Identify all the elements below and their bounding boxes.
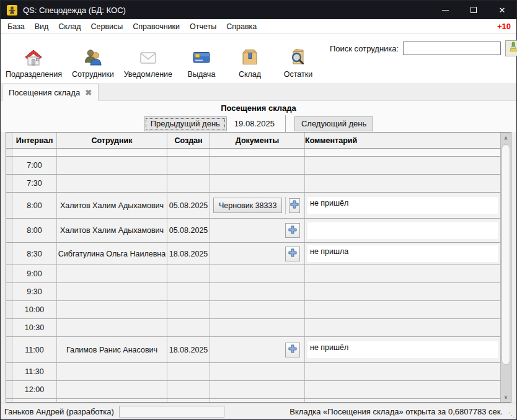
toolbar-button-Подразделения[interactable]: Подразделения (1, 37, 67, 81)
comment-cell[interactable] (305, 157, 500, 174)
employee-cell[interactable] (57, 157, 167, 174)
tab-close-icon[interactable]: ✖ (85, 89, 92, 97)
menu-item-База[interactable]: База (2, 20, 30, 33)
row-header-cell[interactable] (6, 219, 12, 242)
created-cell[interactable] (167, 363, 210, 380)
created-cell[interactable] (167, 265, 210, 282)
interval-cell[interactable]: 10:30 (12, 319, 57, 336)
documents-cell[interactable] (210, 219, 305, 242)
scrollbar-thumb[interactable] (502, 144, 510, 365)
toolbar-button-Уведомление[interactable]: Уведомление (119, 37, 177, 81)
clear-search-button[interactable] (505, 40, 517, 56)
created-cell[interactable] (167, 399, 210, 402)
employee-cell[interactable] (57, 399, 167, 402)
employee-cell[interactable] (57, 149, 167, 156)
comment-cell[interactable]: не пришёл (305, 193, 500, 218)
documents-cell[interactable] (210, 319, 305, 336)
column-header-Документы[interactable]: Документы (210, 133, 305, 148)
created-cell[interactable]: 18.08.2025 (167, 337, 210, 362)
menu-item-Справка[interactable]: Справка (221, 20, 262, 33)
interval-cell[interactable] (12, 399, 57, 402)
employee-cell[interactable] (57, 381, 167, 398)
menu-item-Сервисы[interactable]: Сервисы (86, 20, 128, 33)
created-cell[interactable] (167, 149, 210, 156)
toolbar-button-Выдача[interactable]: Выдача (177, 37, 226, 81)
employee-cell[interactable]: Галимов Ранис Анасович (57, 337, 167, 362)
menu-item-Отчеты[interactable]: Отчеты (185, 20, 221, 33)
draft-document-button[interactable]: Черновик 38333 (213, 198, 282, 213)
add-document-button[interactable] (285, 247, 300, 261)
row-header-cell[interactable] (6, 243, 12, 265)
employee-search-input[interactable] (403, 42, 501, 55)
row-header-cell[interactable] (6, 337, 12, 362)
menu-item-Вид[interactable]: Вид (30, 20, 54, 33)
documents-cell[interactable] (210, 243, 305, 265)
employee-cell[interactable] (57, 301, 167, 318)
maximize-button[interactable] (459, 1, 488, 19)
created-cell[interactable] (167, 175, 210, 192)
add-document-button[interactable] (285, 223, 300, 238)
interval-cell[interactable]: 8:00 (12, 219, 57, 242)
documents-cell[interactable] (210, 301, 305, 318)
comment-cell[interactable] (305, 363, 500, 380)
created-cell[interactable] (167, 381, 210, 398)
created-cell[interactable]: 18.08.2025 (167, 243, 210, 265)
toolbar-button-Склад[interactable]: Склад (226, 37, 274, 81)
created-cell[interactable]: 05.08.2025 (167, 193, 210, 218)
employee-cell[interactable] (57, 175, 167, 192)
employee-cell[interactable] (57, 265, 167, 282)
interval-cell[interactable]: 11:30 (12, 363, 57, 380)
notification-count-badge[interactable]: +10 (497, 22, 511, 31)
interval-cell[interactable]: 9:30 (12, 283, 57, 300)
row-header-cell[interactable] (6, 283, 12, 300)
row-header-cell[interactable] (6, 363, 12, 380)
employee-cell[interactable] (57, 363, 167, 380)
column-header-Создан[interactable]: Создан (167, 133, 210, 148)
created-cell[interactable]: 05.08.2025 (167, 219, 210, 242)
comment-input[interactable]: не пришёл (307, 341, 498, 358)
created-cell[interactable] (167, 319, 210, 336)
interval-cell[interactable]: 7:30 (12, 175, 57, 192)
tab-warehouse-visits[interactable]: Посещения склада ✖ (2, 84, 99, 101)
interval-cell[interactable] (12, 149, 57, 156)
row-header-cell[interactable] (6, 319, 12, 336)
comment-cell[interactable] (305, 399, 500, 402)
comment-cell[interactable] (305, 175, 500, 192)
comment-cell[interactable] (305, 319, 500, 336)
previous-day-button[interactable]: Предыдущий день (144, 116, 227, 131)
scrollbar-track[interactable] (501, 143, 511, 392)
employee-cell[interactable] (57, 283, 167, 300)
menu-item-Склад[interactable]: Склад (53, 20, 86, 33)
employee-cell[interactable]: Халитов Халим Адыхамович (57, 219, 167, 242)
documents-cell[interactable] (210, 175, 305, 192)
comment-cell[interactable] (305, 265, 500, 282)
row-header-cell[interactable] (6, 301, 12, 318)
comment-cell[interactable]: не пришёл (305, 337, 500, 362)
interval-cell[interactable]: 8:30 (12, 243, 57, 265)
close-button[interactable]: ✕ (488, 1, 516, 19)
comment-cell[interactable] (305, 301, 500, 318)
comment-input[interactable] (307, 222, 498, 239)
next-day-button[interactable]: Следующий день (294, 116, 373, 131)
documents-cell[interactable] (210, 149, 305, 156)
documents-cell[interactable] (210, 157, 305, 174)
menu-item-Справочники[interactable]: Справочники (128, 20, 185, 33)
documents-cell[interactable] (210, 337, 305, 362)
documents-cell[interactable] (210, 283, 305, 300)
employee-cell[interactable]: Халитов Халим Адыхамович (57, 193, 167, 218)
row-header-cell[interactable] (6, 175, 12, 192)
row-header-cell[interactable] (6, 149, 12, 156)
documents-cell[interactable]: Черновик 38333 (210, 193, 305, 218)
row-header-cell[interactable] (6, 193, 12, 218)
documents-cell[interactable] (210, 381, 305, 398)
employee-cell[interactable]: Сибгатулина Ольга Наилевна (57, 243, 167, 265)
toolbar-button-Остатки[interactable]: Остатки (274, 37, 322, 81)
documents-cell[interactable] (210, 363, 305, 380)
comment-cell[interactable]: не пришла (305, 243, 500, 265)
row-header-cell[interactable] (6, 157, 12, 174)
documents-cell[interactable] (210, 399, 305, 402)
scroll-down-icon[interactable]: ∨ (501, 392, 511, 402)
created-cell[interactable] (167, 157, 210, 174)
row-header-cell[interactable] (6, 381, 12, 398)
column-header-Комментарий[interactable]: Комментарий (305, 133, 500, 148)
